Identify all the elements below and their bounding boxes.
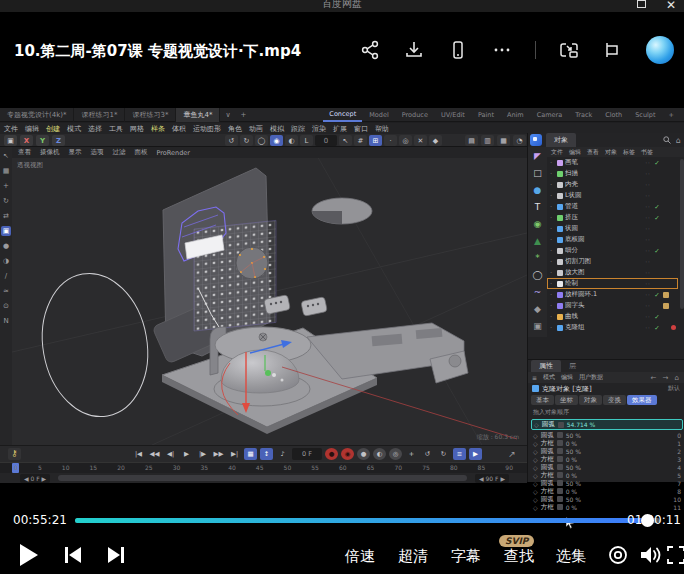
transport-button[interactable]: |◀: [132, 448, 145, 460]
toolbar-icon[interactable]: ⊞: [369, 135, 382, 146]
row-name[interactable]: 圆弧: [542, 420, 555, 429]
row-swatch-icon[interactable]: [557, 488, 563, 494]
preset-label[interactable]: 默认: [668, 384, 684, 393]
expand-icon[interactable]: ·: [550, 324, 555, 332]
row-swatch-icon[interactable]: [557, 464, 563, 470]
object-row[interactable]: · 内壳 ··: [547, 179, 678, 190]
attribute-menu-item[interactable]: 用户数据: [579, 373, 603, 382]
toolbar-icon[interactable]: ◯: [255, 135, 268, 146]
axis-lock-button[interactable]: Y: [36, 135, 49, 146]
menu-item[interactable]: 创建: [46, 124, 60, 134]
transport-button[interactable]: ▶▶: [212, 448, 225, 460]
layout-tab[interactable]: Paint: [472, 109, 500, 121]
layout-tab[interactable]: Anim: [501, 109, 530, 121]
object-row[interactable]: · 克隆组 ·· ✓: [547, 322, 678, 333]
layout-tab[interactable]: UV/Edit: [435, 109, 471, 121]
object-name[interactable]: 扫描: [565, 169, 643, 178]
mode-tool-icon[interactable]: /: [1, 271, 11, 281]
menu-item[interactable]: 选择: [88, 124, 102, 134]
enable-check-icon[interactable]: ✓: [653, 203, 661, 211]
object-manager-menu-item[interactable]: 书签: [641, 148, 653, 157]
settings-icon[interactable]: [606, 544, 630, 570]
object-row[interactable]: · 放样圆环.1 ·· ✓: [547, 289, 678, 300]
object-name[interactable]: 曲线: [565, 312, 643, 321]
new-document-tab-button[interactable]: +: [236, 111, 252, 119]
document-tab[interactable]: 课程练习3*: [125, 108, 176, 122]
attribute-tab[interactable]: 对象: [579, 395, 602, 405]
tab-objects[interactable]: 对象: [546, 133, 576, 147]
expand-icon[interactable]: ·: [550, 302, 555, 310]
layout-tab[interactable]: Produce: [396, 109, 434, 121]
enable-check-icon[interactable]: ✓: [653, 291, 661, 299]
object-name[interactable]: 克隆组: [565, 323, 643, 332]
expand-icon[interactable]: ·: [550, 236, 555, 244]
transport-button[interactable]: ♪: [276, 448, 289, 460]
transport-button[interactable]: ▶|: [228, 448, 241, 460]
c4d-viewport[interactable]: 查看摄像机显示选项过滤面板ProRender 透视视图 缩放 : 60.3 cm: [12, 147, 527, 445]
expand-icon[interactable]: ·: [550, 247, 555, 255]
more-icon[interactable]: [491, 39, 513, 61]
create-tool-icon[interactable]: T: [535, 201, 541, 214]
create-tool-icon[interactable]: ●: [534, 184, 542, 197]
transport-button[interactable]: ◀◀: [148, 448, 161, 460]
next-button[interactable]: [105, 545, 127, 569]
create-tool-icon[interactable]: ~: [534, 286, 542, 299]
toolbar-icon[interactable]: ✕: [414, 135, 427, 146]
viewport-menu-item[interactable]: 面板: [135, 148, 148, 157]
layout-tab[interactable]: Camera: [531, 109, 569, 121]
object-name[interactable]: 放样圆环.1: [565, 290, 643, 299]
maximize-button[interactable]: [637, 0, 646, 8]
tag-icon[interactable]: [663, 259, 669, 265]
menu-item[interactable]: 跟踪: [291, 124, 305, 134]
axis-lock-button[interactable]: X: [20, 135, 33, 146]
row-swatch-icon[interactable]: [558, 422, 564, 428]
transport-button[interactable]: ◉: [341, 448, 354, 460]
expand-icon[interactable]: ·: [550, 313, 555, 321]
menu-item[interactable]: 工具: [109, 124, 123, 134]
row-swatch-icon[interactable]: [557, 504, 563, 510]
mini-window-icon[interactable]: [602, 39, 624, 61]
visibility-dots-icon[interactable]: ··: [645, 214, 651, 221]
object-manager-scrollbar[interactable]: [680, 159, 684, 309]
object-row[interactable]: · 放大图 ··: [547, 267, 678, 278]
row-swatch-icon[interactable]: [557, 472, 563, 478]
cloner-list-row[interactable]: ◇ 圆弧 50 % 2: [531, 447, 684, 455]
layout-tab[interactable]: Cloth: [599, 109, 628, 121]
object-row[interactable]: · L状圆 ··: [547, 190, 678, 201]
enable-check-icon[interactable]: ✓: [653, 159, 661, 167]
fcurve-icon[interactable]: ↗: [505, 448, 519, 460]
row-value[interactable]: 50 %: [566, 432, 675, 439]
menu-item[interactable]: 扩展: [333, 124, 347, 134]
expand-icon[interactable]: ·: [550, 269, 555, 277]
toolbar-icon[interactable]: ◉: [270, 135, 283, 146]
visibility-dots-icon[interactable]: ··: [645, 269, 651, 276]
transport-button[interactable]: ↻: [437, 448, 450, 460]
tag-icon[interactable]: [663, 303, 669, 309]
object-name[interactable]: 内壳: [565, 180, 643, 189]
object-row[interactable]: · 扫描 ··: [547, 168, 678, 179]
visibility-dots-icon[interactable]: ··: [645, 181, 651, 188]
mode-tool-icon[interactable]: +: [1, 181, 11, 191]
enable-check-icon[interactable]: ✓: [653, 324, 661, 332]
expand-icon[interactable]: ·: [550, 170, 555, 178]
toolbar-icon[interactable]: ◆: [429, 135, 442, 146]
toolbar-icon[interactable]: 0: [315, 135, 337, 146]
toolbar-icon[interactable]: ◐: [285, 135, 298, 146]
tab-list-dropdown-icon[interactable]: ∨: [220, 111, 235, 119]
transport-button[interactable]: 0 F: [292, 448, 322, 460]
visibility-dots-icon[interactable]: ··: [645, 302, 651, 309]
viewport-menu-item[interactable]: ProRender: [157, 149, 190, 157]
tab-layers[interactable]: 层: [563, 360, 582, 372]
row-swatch-icon[interactable]: [557, 480, 563, 486]
previous-button[interactable]: [62, 545, 84, 569]
visibility-dots-icon[interactable]: ··: [645, 203, 651, 210]
toolbar-icon[interactable]: ↖: [339, 135, 352, 146]
expand-icon[interactable]: ·: [550, 192, 555, 200]
viewport-menu-item[interactable]: 显示: [69, 148, 82, 157]
cloner-list-row[interactable]: ◇ 方框 0 % 1: [531, 439, 684, 447]
visibility-dots-icon[interactable]: ··: [645, 258, 651, 265]
create-tool-icon[interactable]: ◤: [534, 150, 541, 163]
layout-tab[interactable]: Track: [569, 109, 598, 121]
menu-item[interactable]: 渲染: [312, 124, 326, 134]
toolbar-icon[interactable]: ↺: [225, 135, 238, 146]
